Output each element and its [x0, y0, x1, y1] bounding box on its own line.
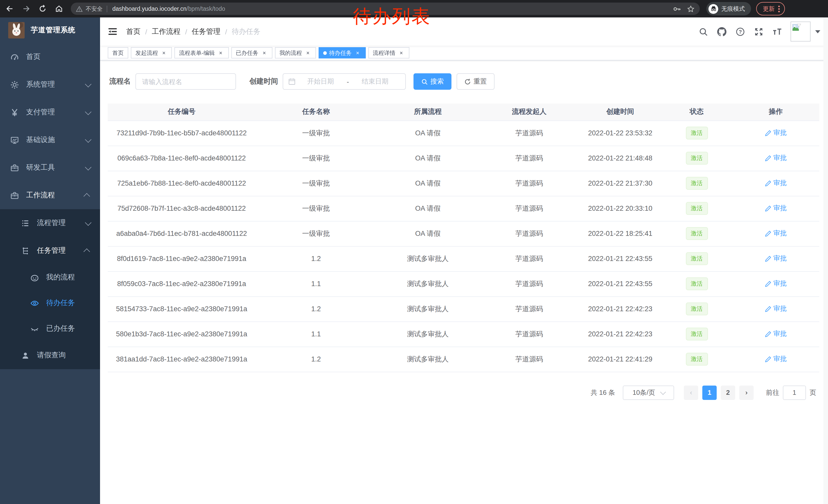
sidebar-item-1[interactable]: 系统管理	[0, 71, 100, 98]
back-icon[interactable]	[5, 4, 14, 13]
approve-link[interactable]: 审批	[764, 229, 787, 238]
sidebar-item-8[interactable]: 我的流程	[0, 265, 100, 290]
sidebar-item-0[interactable]: 首页	[0, 43, 100, 71]
status-badge: 激活	[686, 303, 708, 315]
approve-link[interactable]: 审批	[764, 329, 787, 339]
sidebar-item-5[interactable]: 工作流程	[0, 182, 100, 209]
approve-link[interactable]: 审批	[764, 153, 787, 163]
home-icon[interactable]	[54, 4, 64, 13]
next-page-button[interactable]: ›	[739, 385, 754, 400]
breadcrumb-item[interactable]: 工作流程	[152, 27, 180, 36]
close-icon[interactable]: ×	[261, 49, 267, 56]
approve-link[interactable]: 审批	[764, 304, 787, 314]
tab-流程详情[interactable]: 流程详情×	[368, 47, 409, 58]
table-row: 75d72608-7b7f-11ec-a3c8-acde48001122一级审批…	[108, 196, 819, 221]
page-button-1[interactable]: 1	[702, 385, 717, 400]
approve-link[interactable]: 审批	[764, 279, 787, 288]
search-icon[interactable]	[698, 27, 708, 36]
goto-page-input[interactable]	[783, 385, 806, 400]
cell-process: OA 请假	[377, 121, 479, 146]
tab-首页[interactable]: 首页	[108, 47, 128, 58]
approve-link[interactable]: 审批	[764, 129, 787, 138]
cell-status: 激活	[661, 296, 732, 321]
table-row: 725a1eb6-7b88-11ec-8ef0-acde48001122一级审批…	[108, 171, 819, 196]
cell-action: 审批	[732, 271, 819, 296]
approve-link[interactable]: 审批	[764, 355, 787, 364]
column-header: 任务编号	[108, 103, 255, 121]
sidebar-item-6[interactable]: 流程管理	[0, 209, 100, 237]
close-icon[interactable]: ×	[217, 49, 224, 56]
cell-created: 2022-01-21 22:41:29	[579, 347, 661, 372]
sidebar-item-11[interactable]: 请假查询	[0, 341, 100, 369]
cell-task-id: 8f059c03-7ac8-11ec-a9e2-a2380e71991a	[108, 271, 255, 296]
approve-link[interactable]: 审批	[764, 179, 787, 188]
app-root: 不安全 dashboard.yudao.iocoder.cn/bpm/task/…	[0, 0, 828, 504]
sidebar-item-4[interactable]: 研发工具	[0, 154, 100, 182]
sidebar-item-9[interactable]: 待办任务	[0, 290, 100, 316]
avatar-dropdown-caret[interactable]	[815, 30, 820, 33]
dashboard-icon	[10, 52, 19, 61]
github-icon[interactable]	[717, 27, 727, 36]
search-form: 流程名 创建时间 开始日期 - 结束日期 搜索	[109, 73, 820, 90]
sidebar-item-label: 基础设施	[26, 135, 85, 145]
avatar[interactable]	[791, 21, 811, 42]
cell-action: 审批	[732, 196, 819, 221]
process-name-input[interactable]	[135, 73, 236, 90]
forward-icon[interactable]	[22, 4, 31, 13]
main-panel: 首页/工作流程/任务管理/待办任务 ? 首页发起流程×流程表单-编辑×已办任务×…	[100, 17, 828, 504]
page-button-2[interactable]: 2	[721, 385, 735, 400]
update-button[interactable]: 更新	[756, 2, 785, 15]
sidebar-item-label: 工作流程	[26, 191, 85, 200]
breadcrumb-item: 待办任务	[232, 27, 260, 36]
toolbox-icon	[10, 163, 19, 172]
pen-icon	[764, 255, 771, 262]
key-icon[interactable]	[673, 5, 681, 12]
fullscreen-icon[interactable]	[754, 27, 763, 36]
cell-created: 2022-01-21 22:42:23	[579, 296, 661, 321]
tab-发起流程[interactable]: 发起流程×	[131, 47, 172, 58]
approve-link[interactable]: 审批	[764, 204, 787, 213]
table-row: 58154733-7ac8-11ec-a9e2-a2380e71991a1.2测…	[108, 296, 819, 321]
cell-task-id: 725a1eb6-7b88-11ec-8ef0-acde48001122	[108, 171, 255, 196]
font-size-icon[interactable]	[772, 27, 782, 36]
approve-link[interactable]: 审批	[764, 254, 787, 263]
bookmark-star-icon[interactable]	[687, 5, 695, 12]
sidebar-item-3[interactable]: 基础设施	[0, 126, 100, 154]
address-bar[interactable]: 不安全 dashboard.yudao.iocoder.cn/bpm/task/…	[71, 3, 700, 15]
chevron-down-icon	[85, 219, 91, 225]
cell-action: 审批	[732, 221, 819, 246]
close-icon[interactable]: ×	[161, 49, 167, 56]
column-header: 所属流程	[377, 103, 479, 121]
security-label[interactable]: 不安全	[86, 5, 102, 12]
column-header: 创建时间	[579, 103, 661, 121]
cell-process: 测试多审批人	[377, 246, 479, 271]
help-icon[interactable]: ?	[735, 27, 745, 36]
page-scrollbar[interactable]	[823, 17, 828, 504]
tab-label: 首页	[112, 49, 124, 57]
sidebar-item-2[interactable]: 支付管理	[0, 98, 100, 126]
pen-icon	[764, 356, 771, 363]
url-path: /bpm/task/todo	[187, 6, 225, 12]
sidebar-item-7[interactable]: 任务管理	[0, 237, 100, 265]
close-icon[interactable]: ×	[354, 49, 361, 56]
tab-流程表单-编辑[interactable]: 流程表单-编辑×	[174, 47, 229, 58]
app-logo-row[interactable]: 芋道管理系统	[0, 17, 100, 43]
page-size-select[interactable]: 10条/页	[623, 385, 674, 400]
close-icon[interactable]: ×	[304, 49, 311, 56]
breadcrumb-item[interactable]: 首页	[126, 27, 140, 36]
sidebar-fold-icon[interactable]	[108, 27, 118, 36]
tab-已办任务[interactable]: 已办任务×	[231, 47, 272, 58]
prev-page-button[interactable]: ‹	[684, 385, 698, 400]
breadcrumb-item[interactable]: 任务管理	[192, 27, 220, 36]
search-button[interactable]: 搜索	[413, 73, 451, 90]
tab-待办任务[interactable]: 待办任务×	[318, 47, 366, 58]
date-range-input[interactable]: 开始日期 - 结束日期	[283, 73, 406, 90]
sidebar-item-10[interactable]: 已办任务	[0, 316, 100, 341]
reset-button[interactable]: 重置	[457, 73, 495, 90]
tab-我的流程[interactable]: 我的流程×	[275, 47, 316, 58]
menu-kebab-icon[interactable]	[778, 5, 780, 12]
close-icon[interactable]: ×	[398, 49, 405, 56]
pagination-goto: 前往 页	[766, 385, 816, 400]
reload-icon[interactable]	[38, 4, 47, 13]
column-header: 状态	[661, 103, 732, 121]
